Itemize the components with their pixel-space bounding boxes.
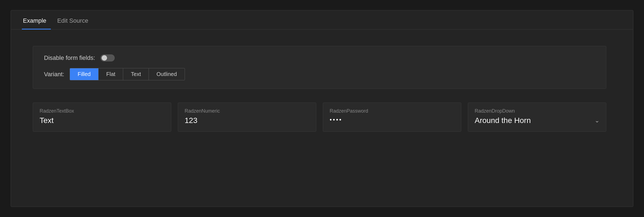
tab-edit-source[interactable]: Edit Source — [56, 17, 93, 30]
toggle-knob — [102, 55, 107, 61]
fields-row: RadzenTextBox Text RadzenNumeric 123 Rad… — [33, 102, 606, 132]
field-value-numeric[interactable]: 123 — [185, 116, 309, 125]
disable-fields-row: Disable form fields: — [44, 54, 595, 61]
tab-example-label: Example — [23, 17, 46, 24]
field-card-password: RadzenPassword •••• — [323, 102, 461, 132]
field-type-password: RadzenPassword — [330, 108, 454, 114]
tabs-bar: Example Edit Source — [11, 10, 633, 30]
variant-row: Variant: Filled Flat Text Outlined — [44, 68, 595, 80]
disable-fields-label: Disable form fields: — [44, 54, 95, 61]
variant-btn-flat[interactable]: Flat — [99, 68, 123, 80]
field-value-password[interactable]: •••• — [330, 116, 454, 123]
variant-group: Filled Flat Text Outlined — [70, 68, 185, 80]
variant-btn-outlined[interactable]: Outlined — [149, 68, 185, 80]
field-value-dropdown: Around the Horn — [475, 116, 531, 125]
tab-edit-source-label: Edit Source — [57, 17, 88, 24]
field-type-textbox: RadzenTextBox — [40, 108, 164, 114]
variant-label: Variant: — [44, 71, 64, 78]
field-card-textbox: RadzenTextBox Text — [33, 102, 171, 132]
field-type-dropdown: RadzenDropDown — [475, 108, 599, 114]
variant-btn-text[interactable]: Text — [123, 68, 149, 80]
tab-example[interactable]: Example — [22, 17, 51, 30]
field-value-textbox[interactable]: Text — [40, 116, 164, 125]
chevron-down-icon: ⌄ — [595, 117, 599, 124]
field-card-dropdown[interactable]: RadzenDropDown Around the Horn ⌄ — [468, 102, 606, 132]
field-type-numeric: RadzenNumeric — [185, 108, 309, 114]
variant-btn-filled[interactable]: Filled — [70, 68, 99, 80]
content-area: Disable form fields: Variant: Filled Fla… — [11, 30, 633, 148]
disable-fields-toggle[interactable] — [101, 54, 115, 61]
dropdown-value-row: Around the Horn ⌄ — [475, 116, 599, 125]
options-panel: Disable form fields: Variant: Filled Fla… — [33, 46, 606, 89]
main-container: Example Edit Source Disable form fields:… — [11, 10, 633, 207]
field-card-numeric: RadzenNumeric 123 — [178, 102, 316, 132]
